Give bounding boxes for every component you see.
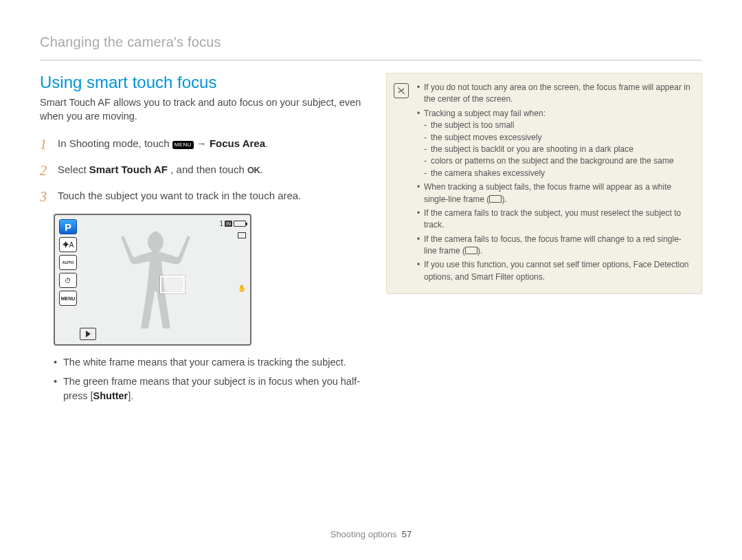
note-subitem: the subject is too small bbox=[424, 120, 692, 131]
flash-auto-icon: ⯌A bbox=[59, 237, 77, 252]
step-number: 3 bbox=[40, 186, 47, 208]
note-item: Tracking a subject may fail when: the su… bbox=[417, 108, 692, 179]
step-number: 1 bbox=[40, 133, 47, 155]
step-text: Select bbox=[58, 164, 89, 175]
note-text: If the camera fails to focus, the focus … bbox=[424, 234, 682, 256]
note-text-tail: ). bbox=[502, 194, 506, 204]
timer-icon: ⏱ bbox=[59, 273, 77, 288]
step-text: Touch the subject you want to track in t… bbox=[58, 190, 301, 201]
menu-badge-icon: MENU bbox=[172, 141, 194, 149]
step-1: 1 In Shooting mode, touch MENU → Focus A… bbox=[40, 135, 363, 152]
shot-count: 1 bbox=[219, 220, 223, 227]
note-text-tail: ). bbox=[477, 246, 482, 256]
step-text-tail: . bbox=[260, 164, 262, 175]
legend-item: The green frame means that your subject … bbox=[54, 374, 363, 403]
footer-page-number: 57 bbox=[402, 529, 412, 539]
page-footer: Shooting options 57 bbox=[0, 529, 742, 539]
step-bold: Focus Area bbox=[210, 137, 265, 149]
intro-text: Smart Touch AF allows you to track and a… bbox=[40, 96, 363, 123]
step-text: In Shooting mode, touch bbox=[58, 137, 172, 149]
manual-page: Changing the camera's focus Using smart … bbox=[0, 0, 742, 560]
frame-inline-icon bbox=[465, 247, 477, 254]
note-subitem: the camera shakes excessively bbox=[424, 168, 692, 179]
note-box: If you do not touch any area on the scre… bbox=[386, 73, 702, 294]
step-bold: Smart Touch AF bbox=[89, 164, 168, 175]
step-text-mid: , and then touch bbox=[170, 164, 247, 175]
note-text: When tracking a subject fails, the focus… bbox=[424, 182, 671, 203]
column-left: Using smart touch focus Smart Touch AF a… bbox=[40, 73, 363, 408]
note-item: If you do not touch any area on the scre… bbox=[417, 82, 692, 106]
note-item: When tracking a subject fails, the focus… bbox=[417, 181, 692, 205]
playback-icon bbox=[80, 328, 96, 340]
note-subitem: the subject is backlit or you are shooti… bbox=[424, 144, 692, 155]
iso-auto-icon: AUTO bbox=[59, 255, 77, 270]
section-subhead: Changing the camera's focus bbox=[40, 34, 702, 50]
note-subitem: the subject moves excessively bbox=[424, 132, 692, 144]
ok-icon: OK bbox=[247, 165, 260, 175]
arrow-icon: → bbox=[196, 137, 210, 149]
storage-icon: IN bbox=[225, 221, 232, 227]
mode-p-icon: P bbox=[59, 219, 77, 234]
frame-inline-icon bbox=[489, 195, 502, 203]
note-item: If the camera fails to focus, the focus … bbox=[417, 234, 692, 258]
columns: Using smart touch focus Smart Touch AF a… bbox=[40, 73, 702, 408]
legend-item: The white frame means that your camera i… bbox=[54, 355, 363, 369]
lcd-right-icons: 1 IN ✋ bbox=[219, 219, 246, 292]
divider bbox=[40, 60, 702, 60]
footer-section: Shooting options bbox=[330, 529, 397, 539]
note-item: If you use this function, you cannot set… bbox=[417, 259, 692, 283]
lcd-left-icons: P ⯌A AUTO ⏱ MENU bbox=[59, 219, 77, 306]
legend-text-tail: ]. bbox=[128, 390, 133, 401]
steps-list: 1 In Shooting mode, touch MENU → Focus A… bbox=[40, 135, 363, 204]
frame-legend: The white frame means that your camera i… bbox=[54, 355, 363, 403]
note-subitem: colors or patterns on the subject and th… bbox=[424, 155, 692, 167]
column-right: If you do not touch any area on the scre… bbox=[386, 73, 702, 408]
stabilizer-icon: ✋ bbox=[238, 284, 246, 292]
note-text: Tracking a subject may fail when: bbox=[424, 109, 546, 118]
step-2: 2 Select Smart Touch AF , and then touch… bbox=[40, 161, 363, 178]
step-number: 2 bbox=[40, 159, 47, 181]
battery-icon bbox=[234, 221, 246, 227]
note-icon bbox=[394, 83, 409, 98]
step-text-tail: . bbox=[265, 137, 268, 149]
camera-lcd-illustration: P ⯌A AUTO ⏱ MENU 1 IN ✋ bbox=[54, 214, 251, 346]
quality-icon bbox=[238, 231, 246, 239]
page-title: Using smart touch focus bbox=[40, 73, 363, 92]
focus-frame-white bbox=[160, 276, 185, 293]
legend-bold: Shutter bbox=[93, 390, 128, 401]
menu-icon: MENU bbox=[59, 291, 77, 306]
step-3: 3 Touch the subject you want to track in… bbox=[40, 188, 363, 204]
shots-remaining: 1 IN bbox=[219, 219, 246, 227]
note-item: If the camera fails to track the subject… bbox=[417, 208, 692, 232]
